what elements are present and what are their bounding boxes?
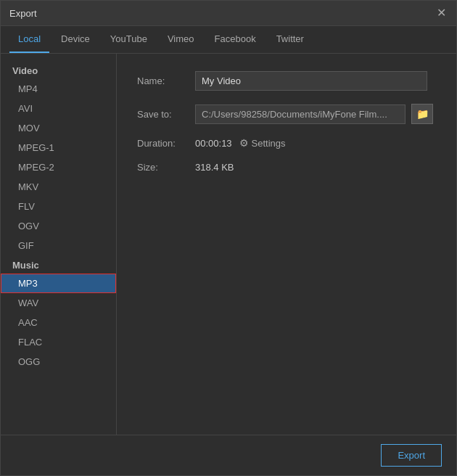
export-button[interactable]: Export bbox=[381, 444, 442, 467]
gear-icon: ⚙ bbox=[239, 137, 249, 149]
sidebar-item-flac[interactable]: FLAC bbox=[1, 332, 116, 352]
sidebar-group-music: Music bbox=[1, 255, 116, 274]
sidebar: Video MP4 AVI MOV MPEG-1 MPEG-2 MKV FLV … bbox=[1, 54, 117, 435]
tab-facebook[interactable]: Facebook bbox=[206, 26, 265, 53]
duration-value: 00:00:13 bbox=[195, 138, 232, 149]
sidebar-item-mkv[interactable]: MKV bbox=[1, 177, 116, 197]
sidebar-item-ogg[interactable]: OGG bbox=[1, 352, 116, 372]
size-row: Size: 318.4 KB bbox=[137, 162, 436, 173]
tab-bar: Local Device YouTube Vimeo Facebook Twit… bbox=[1, 26, 456, 54]
duration-label: Duration: bbox=[137, 138, 195, 149]
title-bar: Export ✕ bbox=[1, 1, 456, 26]
save-to-label: Save to: bbox=[137, 109, 195, 120]
sidebar-item-mpeg1[interactable]: MPEG-1 bbox=[1, 138, 116, 157]
sidebar-item-flv[interactable]: FLV bbox=[1, 197, 116, 216]
size-label: Size: bbox=[137, 162, 195, 173]
footer: Export bbox=[1, 435, 456, 475]
sidebar-item-avi[interactable]: AVI bbox=[1, 99, 116, 118]
settings-link[interactable]: ⚙ Settings bbox=[239, 137, 286, 149]
folder-button[interactable]: 📁 bbox=[411, 104, 433, 124]
sidebar-item-mp3[interactable]: MP3 bbox=[1, 274, 116, 293]
dialog-title: Export bbox=[9, 8, 37, 19]
duration-row: Duration: 00:00:13 ⚙ Settings bbox=[137, 137, 436, 149]
content-area: Video MP4 AVI MOV MPEG-1 MPEG-2 MKV FLV … bbox=[1, 54, 456, 435]
path-input[interactable] bbox=[195, 104, 405, 124]
tab-device[interactable]: Device bbox=[52, 26, 99, 53]
sidebar-item-mov[interactable]: MOV bbox=[1, 118, 116, 138]
tab-youtube[interactable]: YouTube bbox=[102, 26, 156, 53]
export-dialog: Export ✕ Local Device YouTube Vimeo Face… bbox=[0, 0, 457, 476]
tab-local[interactable]: Local bbox=[9, 26, 49, 53]
duration-settings: 00:00:13 ⚙ Settings bbox=[195, 137, 286, 149]
save-to-controls: 📁 bbox=[195, 104, 433, 124]
main-panel: Name: Save to: 📁 Duration: 00:00:13 bbox=[117, 54, 456, 435]
name-row: Name: bbox=[137, 71, 436, 91]
name-input[interactable] bbox=[195, 71, 427, 91]
save-to-row: Save to: 📁 bbox=[137, 104, 436, 124]
tab-vimeo[interactable]: Vimeo bbox=[159, 26, 203, 53]
settings-label: Settings bbox=[252, 138, 286, 149]
name-label: Name: bbox=[137, 75, 195, 86]
tab-twitter[interactable]: Twitter bbox=[268, 26, 313, 53]
size-value: 318.4 KB bbox=[195, 162, 234, 173]
sidebar-item-gif[interactable]: GIF bbox=[1, 236, 116, 255]
sidebar-item-mpeg2[interactable]: MPEG-2 bbox=[1, 157, 116, 177]
sidebar-item-aac[interactable]: AAC bbox=[1, 313, 116, 332]
sidebar-item-wav[interactable]: WAV bbox=[1, 293, 116, 313]
folder-icon: 📁 bbox=[416, 108, 429, 120]
sidebar-group-video: Video bbox=[1, 61, 116, 79]
sidebar-item-mp4[interactable]: MP4 bbox=[1, 79, 116, 99]
sidebar-item-ogv[interactable]: OGV bbox=[1, 216, 116, 236]
close-button[interactable]: ✕ bbox=[435, 7, 448, 20]
